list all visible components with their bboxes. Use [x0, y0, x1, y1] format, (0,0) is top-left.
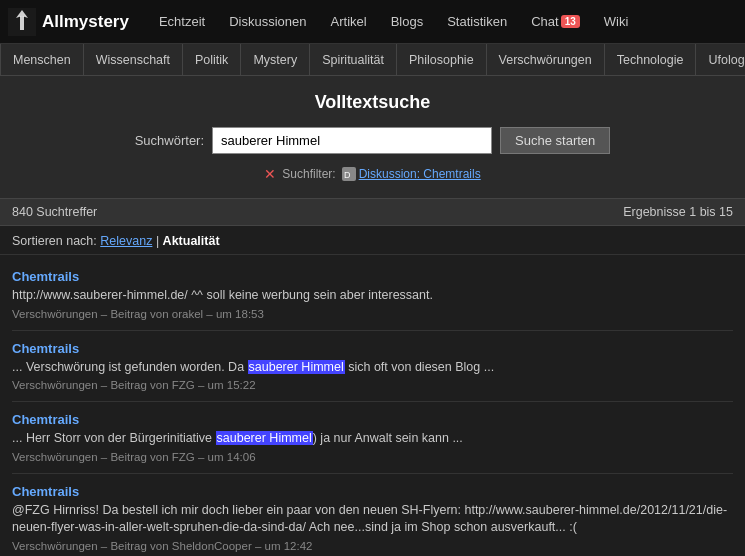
search-button[interactable]: Suche starten	[500, 127, 610, 154]
main-content: Volltextsuche Suchwörter: Suche starten …	[0, 76, 745, 556]
nav-verschwoerungen[interactable]: Verschwörungen	[487, 44, 605, 76]
sort-row: Sortieren nach: Relevanz | Aktualität	[0, 226, 745, 255]
results-count: 840 Suchtreffer	[12, 205, 97, 219]
search-label: Suchwörter:	[135, 133, 204, 148]
top-nav-links: Echtzeit Diskussionen Artikel Blogs Stat…	[149, 8, 737, 35]
nav-ufologie[interactable]: Ufologie	[696, 44, 745, 76]
logo-text: Allmystery	[42, 12, 129, 32]
result-item: Chemtrails @FZG Hirnriss! Da bestell ich…	[12, 474, 733, 557]
results-range: Ergebnisse 1 bis 15	[623, 205, 733, 219]
logo[interactable]: Allmystery	[8, 8, 129, 36]
chat-badge: 13	[561, 15, 580, 28]
top-nav: Allmystery Echtzeit Diskussionen Artikel…	[0, 0, 745, 44]
result-meta: Verschwörungen – Beitrag von orakel – um…	[12, 308, 733, 320]
search-area: Volltextsuche Suchwörter: Suche starten …	[0, 76, 745, 199]
highlight: sauberer Himmel	[248, 360, 345, 374]
svg-text:D: D	[344, 170, 351, 180]
result-title[interactable]: Chemtrails	[12, 341, 79, 356]
search-row: Suchwörter: Suche starten	[16, 127, 729, 154]
sort-label: Sortieren nach:	[12, 234, 97, 248]
nav-philosophie[interactable]: Philosophie	[397, 44, 487, 76]
nav-statistiken[interactable]: Statistiken	[437, 8, 517, 35]
result-title[interactable]: Chemtrails	[12, 484, 79, 499]
svg-rect-2	[20, 16, 24, 30]
nav-mystery[interactable]: Mystery	[241, 44, 310, 76]
filter-label: Suchfilter:	[282, 167, 335, 181]
nav-echtzeit[interactable]: Echtzeit	[149, 8, 215, 35]
filter-remove-icon[interactable]: ✕	[264, 166, 276, 182]
result-title[interactable]: Chemtrails	[12, 412, 79, 427]
result-meta: Verschwörungen – Beitrag von FZG – um 15…	[12, 379, 733, 391]
nav-diskussionen[interactable]: Diskussionen	[219, 8, 316, 35]
result-snippet: http://www.sauberer-himmel.de/ ^^ soll k…	[12, 287, 733, 305]
nav-blogs[interactable]: Blogs	[381, 8, 434, 35]
results-bar: 840 Suchtreffer Ergebnisse 1 bis 15	[0, 199, 745, 226]
search-input[interactable]	[212, 127, 492, 154]
nav-politik[interactable]: Politik	[183, 44, 241, 76]
sort-aktualitaet[interactable]: Aktualität	[163, 234, 220, 248]
second-nav: Menschen Wissenschaft Politik Mystery Sp…	[0, 44, 745, 76]
result-title[interactable]: Chemtrails	[12, 269, 79, 284]
filter-row: ✕ Suchfilter: D Diskussion: Chemtrails	[16, 166, 729, 182]
results-list: Chemtrails http://www.sauberer-himmel.de…	[0, 255, 745, 556]
highlight: sauberer Himmel	[216, 431, 313, 445]
nav-artikel[interactable]: Artikel	[321, 8, 377, 35]
result-item: Chemtrails http://www.sauberer-himmel.de…	[12, 259, 733, 331]
result-snippet: ... Herr Storr von der Bürgerinitiative …	[12, 430, 733, 448]
nav-menschen[interactable]: Menschen	[0, 44, 84, 76]
result-meta: Verschwörungen – Beitrag von FZG – um 14…	[12, 451, 733, 463]
result-meta: Verschwörungen – Beitrag von SheldonCoop…	[12, 540, 733, 552]
search-title: Volltextsuche	[16, 92, 729, 113]
result-snippet: ... Verschwörung ist gefunden worden. Da…	[12, 359, 733, 377]
result-item: Chemtrails ... Verschwörung ist gefunden…	[12, 331, 733, 403]
nav-spiritualitaet[interactable]: Spiritualität	[310, 44, 397, 76]
result-item: Chemtrails ... Herr Storr von der Bürger…	[12, 402, 733, 474]
nav-wiki[interactable]: Wiki	[594, 8, 639, 35]
filter-icon: D	[342, 167, 356, 181]
result-snippet: @FZG Hirnriss! Da bestell ich mir doch l…	[12, 502, 733, 537]
sort-relevanz[interactable]: Relevanz	[100, 234, 152, 248]
nav-wissenschaft[interactable]: Wissenschaft	[84, 44, 183, 76]
filter-link[interactable]: Diskussion: Chemtrails	[359, 167, 481, 181]
nav-technologie[interactable]: Technologie	[605, 44, 697, 76]
logo-icon	[8, 8, 36, 36]
nav-chat[interactable]: Chat 13	[521, 8, 590, 35]
